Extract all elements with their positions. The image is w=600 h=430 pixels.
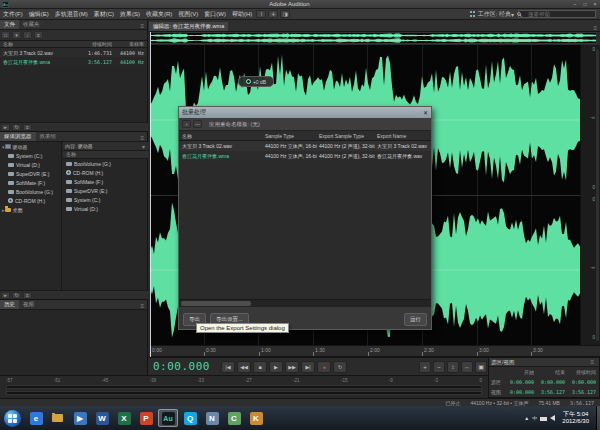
- tab-files[interactable]: 文件: [0, 20, 19, 29]
- taskbar-notepad-icon[interactable]: N: [202, 409, 222, 427]
- rename-template-label[interactable]: 应用重命名模板: (无): [209, 121, 260, 128]
- dlg-col-name[interactable]: 名称: [179, 133, 263, 139]
- panel-menu-icon[interactable]: ≡: [140, 23, 147, 29]
- maximize-button[interactable]: □: [580, 1, 590, 7]
- menu-file[interactable]: 文件(F): [0, 10, 26, 19]
- loop-button[interactable]: ↻: [333, 361, 347, 373]
- contents-column-header[interactable]: 名称: [63, 151, 148, 159]
- taskbar-ie-icon[interactable]: e: [26, 409, 46, 427]
- editor-tab[interactable]: 编辑器: 春江花月夜伴奏.wma: [149, 22, 228, 31]
- new-file-icon[interactable]: □: [1, 31, 10, 39]
- dialog-file-row[interactable]: 大宝贝 3 Track 02.wav 44100 Hz 立体声, 16-bit …: [179, 141, 431, 151]
- fast-forward-button[interactable]: ▶▶: [285, 361, 299, 373]
- zoom-amplitude-button[interactable]: ↕: [447, 361, 459, 373]
- dialog-titlebar[interactable]: 批量处理 ✕: [179, 107, 431, 118]
- tray-expand-icon[interactable]: ▲: [524, 415, 529, 421]
- file-row[interactable]: 春江花月夜伴奏.wma 3:56.127 44100 Hz: [0, 57, 147, 66]
- taskbar-mediaplayer-icon[interactable]: ▶: [70, 409, 90, 427]
- media-footer-play-icon[interactable]: ▸: [1, 292, 10, 299]
- files-footer-loop-icon[interactable]: ↻: [12, 124, 21, 131]
- remove-files-icon[interactable]: —: [193, 120, 202, 128]
- tree-item-cdrom[interactable]: CD-ROM (H:): [0, 196, 61, 205]
- taskbar-qq-icon[interactable]: Q: [180, 409, 200, 427]
- zoom-time-button[interactable]: ↔: [461, 361, 473, 373]
- amplitude-scale[interactable]: 0 -∞ 0 0 -∞ 0: [580, 45, 600, 345]
- sv-value[interactable]: 0:00.000: [567, 379, 598, 385]
- tree-item-drives[interactable]: ▾驱动器: [0, 142, 61, 151]
- skip-to-end-button[interactable]: ▶|: [301, 361, 315, 373]
- run-button[interactable]: 运行: [404, 313, 427, 326]
- menu-help[interactable]: 帮助(H): [229, 10, 255, 19]
- file-row[interactable]: 大宝贝 3 Track 02.wav 1:46.731 44100 Hz: [0, 48, 147, 57]
- menu-favorites[interactable]: 收藏夹(R): [143, 10, 175, 19]
- show-desktop-button[interactable]: [596, 406, 600, 430]
- col-duration[interactable]: 持续时间: [74, 41, 112, 47]
- dialog-hscrollbar[interactable]: [179, 299, 431, 307]
- files-footer-play-icon[interactable]: ▸: [1, 124, 10, 131]
- sv-value[interactable]: 0:00.000: [505, 389, 536, 395]
- volume-icon[interactable]: [550, 415, 555, 421]
- menu-window[interactable]: 窗口(W): [201, 10, 229, 19]
- zoom-out-button[interactable]: −: [433, 361, 445, 373]
- razor-tool-button[interactable]: ◨: [280, 10, 290, 18]
- close-button[interactable]: ×: [590, 1, 600, 7]
- menu-view[interactable]: 视图(V): [175, 10, 201, 19]
- overview-strip[interactable]: [150, 32, 597, 44]
- taskbar-explorer-icon[interactable]: [48, 409, 68, 427]
- tree-item-desktop[interactable]: ▸桌面: [0, 205, 61, 214]
- network-icon[interactable]: [540, 415, 547, 421]
- contents-item[interactable]: SoftMate (F:): [63, 177, 148, 186]
- zoom-full-button[interactable]: ▣: [475, 361, 487, 373]
- skip-to-start-button[interactable]: |◀: [221, 361, 235, 373]
- sv-value[interactable]: 3:56.127: [536, 389, 567, 395]
- sv-value[interactable]: 0:00.000: [536, 379, 567, 385]
- taskbar-word-icon[interactable]: W: [92, 409, 112, 427]
- contents-item[interactable]: Virtual (D:): [63, 204, 148, 213]
- panel-menu-icon[interactable]: ≡: [140, 303, 147, 309]
- vertical-scrollbar[interactable]: [596, 49, 599, 341]
- levels-meter-panel[interactable]: -57 -51 -45 -39 -33 -27 -21 -15 -9 -3 0: [0, 375, 488, 398]
- record-button[interactable]: ●: [317, 361, 331, 373]
- dlg-col-export-name[interactable]: Export Name: [375, 133, 429, 139]
- dialog-close-icon[interactable]: ✕: [423, 109, 428, 116]
- taskbar-excel-icon[interactable]: X: [114, 409, 134, 427]
- zoom-in-button[interactable]: +: [419, 361, 431, 373]
- menu-multitrack[interactable]: 多轨混音(M): [52, 10, 91, 19]
- tab-effects-rack[interactable]: 效果组: [36, 132, 61, 141]
- open-file-icon[interactable]: ▾: [12, 31, 21, 39]
- rewind-button[interactable]: ◀◀: [237, 361, 251, 373]
- dialog-file-row[interactable]: 春江花月夜伴奏.wma 44100 Hz 立体声, 16-bit 44100 H…: [179, 151, 431, 161]
- panel-menu-icon[interactable]: ≡: [140, 135, 147, 141]
- sv-value[interactable]: 3:56.127: [567, 389, 598, 395]
- stop-button[interactable]: ■: [253, 361, 267, 373]
- contents-item[interactable]: BootVolume (G:): [63, 159, 148, 168]
- play-button[interactable]: ▶: [269, 361, 283, 373]
- tab-media-browser[interactable]: 媒体浏览器: [0, 132, 36, 141]
- menu-effects[interactable]: 效果(S): [117, 10, 143, 19]
- taskbar-audition-icon[interactable]: Au: [158, 409, 178, 427]
- editor-panel-menu-icon[interactable]: ≡: [593, 25, 600, 31]
- contents-item[interactable]: CD-ROM (H:): [63, 168, 148, 177]
- tree-item-drive-c[interactable]: System (C:): [0, 151, 61, 160]
- dlg-col-export-sample-type[interactable]: Export Sample Type: [317, 133, 375, 139]
- col-name[interactable]: 名称: [0, 41, 74, 47]
- panel-menu-icon[interactable]: ≡: [590, 359, 597, 365]
- minimize-button[interactable]: –: [570, 1, 580, 7]
- media-footer-refresh-icon[interactable]: ↻: [12, 292, 21, 299]
- taskbar-clock[interactable]: 下午 5:04 2012/6/30: [558, 411, 593, 425]
- tab-favorites[interactable]: 收藏夹: [19, 20, 44, 29]
- tree-item-drive-g[interactable]: BootVolume (G:): [0, 187, 61, 196]
- move-tool-button[interactable]: ✛: [268, 10, 278, 18]
- volume-hud[interactable]: +0 dB: [238, 76, 274, 87]
- start-button[interactable]: [4, 410, 21, 427]
- tree-item-drive-f[interactable]: SoftMate (F:): [0, 178, 61, 187]
- tab-video[interactable]: 视频: [19, 300, 38, 309]
- tree-item-drive-d[interactable]: Virtual (D:): [0, 160, 61, 169]
- menu-edit[interactable]: 编辑(E): [26, 10, 52, 19]
- dlg-col-sample-type[interactable]: Sample Type: [263, 133, 317, 139]
- tab-history[interactable]: 历史: [0, 300, 19, 309]
- add-files-icon[interactable]: ＋: [182, 120, 191, 128]
- workspace-switcher[interactable]: 工作区: 经典 ▾: [470, 10, 514, 19]
- playhead[interactable]: [150, 32, 151, 357]
- taskbar-powerpoint-icon[interactable]: P: [136, 409, 156, 427]
